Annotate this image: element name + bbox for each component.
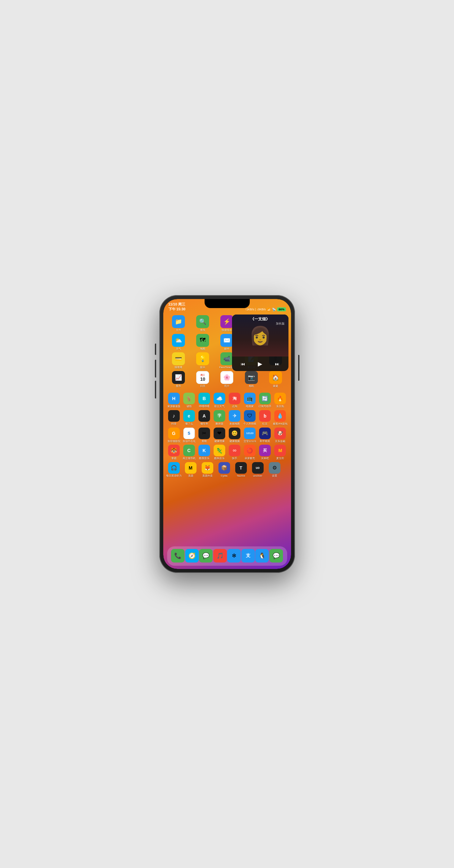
healthvid-icon: 😊 — [229, 428, 240, 439]
status-indicators: ↑1KB/s | ↓0KB/s 📶 📡 66% — [245, 307, 286, 311]
uncover-icon: uo — [252, 462, 264, 474]
app-subscribe[interactable]: 🔄 订阅号助手 — [258, 393, 272, 408]
app-home[interactable]: 🏠 家庭 — [267, 371, 284, 388]
reminders-icon: 💡 — [196, 352, 209, 365]
app-healthvid[interactable]: 😊 健康视频 — [228, 428, 241, 443]
app-maibi[interactable]: 买 买单吧 — [258, 445, 272, 460]
photos-icon: 🌸 — [220, 371, 233, 384]
app-meituan[interactable]: M 美团 — [184, 462, 197, 477]
app-mcdonalds[interactable]: M 麦当劳 — [273, 445, 287, 460]
jydjb-icon: H — [168, 393, 180, 404]
app-sinopec[interactable]: S 加油中石化 — [182, 428, 196, 443]
app-photos[interactable]: 🌸 照片 — [219, 371, 235, 388]
baidu-icon: ❄ — [227, 549, 241, 562]
cydia-icon: 📦 — [219, 462, 230, 474]
app-screenrecord[interactable]: ⭕ 录屏蓄壳 — [243, 445, 257, 460]
dock-qq[interactable]: 🐧 — [255, 549, 269, 563]
dock-wechat[interactable]: 💬 — [269, 549, 283, 563]
media-next-button[interactable]: ⏭ — [275, 361, 280, 367]
meituan-icon: M — [185, 462, 196, 474]
screenrecord-icon: ⭕ — [244, 445, 256, 456]
app-row-7: G 加菲猫影院 S 加油中石化 ✂ 剪映 ❤ 健康理康 — [166, 428, 288, 443]
app-tvhome[interactable]: 📺 电视家 — [243, 393, 257, 408]
health-icon: ❤ — [214, 428, 225, 439]
dock-alipay[interactable]: 支 — [241, 549, 255, 563]
app-miw[interactable]: 🦌 谜悟 — [182, 393, 196, 408]
app-reminders[interactable]: 💡 提示 — [194, 352, 211, 369]
phone-icon: 📞 — [171, 549, 185, 562]
app-kuaishou[interactable]: ∞ 快手 — [228, 445, 241, 460]
app-row-4: 📈 股市 周三 10 日历 🌸 照片 — [166, 371, 288, 388]
tvhome-icon: 📺 — [244, 393, 256, 404]
mute-button[interactable] — [155, 344, 156, 355]
app-jdjinrong[interactable]: 🐶 京东金融 — [273, 428, 287, 443]
app-donglem[interactable]: e 懂了么 — [182, 410, 196, 426]
app-dongchedi[interactable]: A 懂车帝 — [197, 410, 211, 426]
maps-icon: 🗺 — [196, 334, 209, 347]
dock-baidu[interactable]: ❄ — [227, 549, 241, 563]
media-song-subtitle: 加长版 — [276, 321, 285, 326]
app-files[interactable]: 📁 文件 — [170, 315, 187, 332]
volume-down-button[interactable] — [155, 381, 156, 399]
app-jydjb[interactable]: H 家源极速版 — [167, 393, 181, 408]
app-kuwo[interactable]: K 酷我音乐 — [197, 445, 211, 460]
media-play-button[interactable]: ▶ — [258, 361, 262, 368]
app-spotlight[interactable]: 🔍 查找 — [194, 315, 211, 332]
app-settings[interactable]: ⚙ 设置 — [268, 462, 281, 477]
app-tiger[interactable]: 🐯 掌霸 — [167, 445, 181, 460]
fanyi-icon: 字 — [214, 410, 225, 422]
app-health[interactable]: ❤ 健康理康 — [213, 428, 226, 443]
dock-phone[interactable]: 📞 — [171, 549, 185, 563]
weather-icon: ⛅ — [172, 334, 185, 347]
phone-frame: 11/10 周三 下午 15:30 ↑1KB/s | ↓0KB/s 📶 📡 66… — [159, 295, 295, 573]
app-gaoli[interactable]: C 高立领导机 — [182, 445, 196, 460]
volume-up-button[interactable] — [155, 360, 156, 377]
app-cydia[interactable]: 📦 Cydia — [218, 462, 231, 477]
app-hongdou[interactable]: b 红豆 — [258, 410, 272, 426]
media-prev-button[interactable]: ⏮ — [241, 361, 245, 367]
app-jianji[interactable]: ✂ 剪映 — [197, 428, 211, 443]
app-camera[interactable]: 📷 相机 — [243, 371, 260, 388]
jdjinrong-icon: 🐶 — [274, 428, 286, 439]
app-kugou[interactable]: 🦎 酷狗音乐 — [213, 445, 226, 460]
app-taobao[interactable]: 淘 点淘 — [228, 393, 241, 408]
app-traffic[interactable]: 12123 交管12123 — [243, 428, 257, 443]
app-ipa[interactable]: 💧 极客IPA提包 — [273, 410, 287, 426]
app-taurine[interactable]: T Taurine — [234, 462, 248, 477]
bilibili-icon: B — [198, 393, 210, 404]
app-jiayou[interactable]: G 加菲猫影院 — [167, 428, 181, 443]
app-heping[interactable]: 🎮 和平精英 — [258, 428, 272, 443]
qq-icon: 🐧 — [255, 549, 269, 562]
app-weather[interactable]: ⛅ 天气 — [170, 334, 187, 351]
tiger-icon: 🐯 — [168, 445, 180, 456]
app-maps[interactable]: 🗺 地图 — [194, 334, 211, 351]
dock-music[interactable]: 🎵 — [213, 549, 227, 563]
meituan-waimai-icon: 🦊 — [202, 462, 213, 474]
app-stocks[interactable]: 📈 股市 — [170, 371, 187, 388]
app-gaodemap[interactable]: ✈ 友德地图 — [228, 410, 241, 426]
app-calendar[interactable]: 周三 10 日历 — [194, 371, 211, 388]
app-row-5: H 家源极速版 🦌 谜悟 B 哔哩哔哩 ☁️ 彩云天气 — [166, 393, 288, 408]
media-player[interactable]: 👩 《一支烟》 加长版 ⏮ ▶ ⏭ — [232, 314, 289, 371]
app-vpn[interactable]: 🛡 个人所得税 — [243, 410, 257, 426]
app-uncover[interactable]: uo unc0ver — [251, 462, 265, 477]
app-meituan-waimai[interactable]: 🦊 美团外卖 — [201, 462, 214, 477]
power-button[interactable] — [298, 355, 299, 381]
messages-icon: 💬 — [199, 549, 213, 562]
app-tiktok[interactable]: ♪ 抖音 — [167, 410, 181, 426]
home-screen: 11/10 周三 下午 15:30 ↑1KB/s | ↓0KB/s 📶 📡 66… — [163, 299, 291, 569]
vpn-icon: 🛡 — [244, 410, 256, 422]
alipay-icon: 支 — [241, 549, 255, 562]
dock-messages[interactable]: 💬 — [199, 549, 213, 563]
app-bilibili[interactable]: B 哔哩哔哩 — [197, 393, 211, 408]
dock-safari[interactable]: 🧭 — [185, 549, 199, 563]
app-jdre[interactable]: 🔥 东京热 — [273, 393, 287, 408]
stocks-icon: 📈 — [172, 371, 185, 384]
app-fanyi[interactable]: 字 翻译器 — [213, 410, 226, 426]
app-caiyun[interactable]: ☁️ 彩云天气 — [213, 393, 226, 408]
home-icon: 🏠 — [269, 371, 282, 384]
app-englisten[interactable]: 🎧 每日英语听力 — [167, 462, 181, 477]
gaodemap-icon: ✈ — [229, 410, 240, 422]
app-fancards[interactable]: 💳 煤堆堆 — [170, 352, 187, 369]
jdre-icon: 🔥 — [274, 393, 286, 404]
